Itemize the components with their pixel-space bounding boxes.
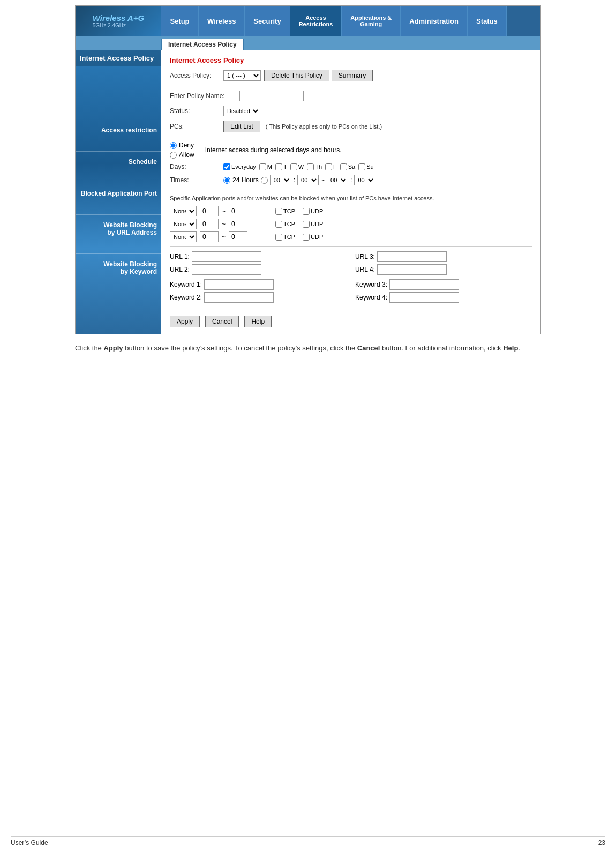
sunday-checkbox[interactable] (358, 163, 365, 170)
everyday-checkbox[interactable] (223, 163, 230, 170)
url1-input[interactable] (192, 251, 261, 262)
udp-checkbox-3[interactable] (303, 234, 310, 241)
kw3-label: Keyword 3: (355, 281, 387, 288)
tcp-label-3: TCP (283, 234, 295, 240)
url1-row: URL 1: (170, 251, 347, 262)
tcp-checkbox-label-3[interactable]: TCP (275, 234, 295, 241)
monday-checkbox[interactable] (259, 163, 266, 170)
port-from-input-1[interactable] (200, 206, 219, 216)
kw4-row: Keyword 4: (355, 292, 532, 303)
status-row: Status: Disabled Enabled (170, 106, 532, 116)
help-button[interactable]: Help (244, 316, 272, 327)
apply-button[interactable]: Apply (170, 316, 200, 327)
footer-left: User’s Guide (11, 839, 48, 847)
access-policy-row: Access Policy: 1 ( --- ) Delete This Pol… (170, 70, 532, 81)
port-to-input-1[interactable] (229, 206, 247, 216)
tuesday-checkbox-label[interactable]: T (275, 163, 287, 170)
port-type-select-3[interactable]: None (170, 231, 197, 242)
port-to-input-3[interactable] (229, 231, 247, 242)
days-label: Days: (170, 163, 223, 170)
access-policy-select[interactable]: 1 ( --- ) (223, 70, 261, 81)
udp-checkbox-label-2[interactable]: UDP (303, 221, 323, 228)
kw4-input[interactable] (389, 292, 459, 303)
tab-security[interactable]: Security (245, 6, 290, 36)
hours24-label: 24 Hours (232, 176, 259, 184)
cancel-button[interactable]: Cancel (205, 316, 239, 327)
summary-button[interactable]: Summary (332, 70, 373, 81)
url3-row: URL 3: (355, 251, 532, 262)
tab-access-restrictions[interactable]: AccessRestrictions (290, 6, 342, 36)
url1-label: URL 1: (170, 253, 190, 260)
policy-name-input[interactable] (239, 91, 304, 101)
edit-list-button[interactable]: Edit List (223, 121, 260, 132)
content-panel: Internet Access Policy Access Policy: 1 … (161, 50, 540, 334)
url3-label: URL 3: (355, 253, 375, 260)
tcp-checkbox-label-1[interactable]: TCP (275, 208, 295, 215)
hours24-radio[interactable] (223, 177, 230, 184)
access-policy-label: Access Policy: (170, 72, 223, 79)
tcp-checkbox-3[interactable] (275, 234, 282, 241)
time-separator-2: : (350, 176, 352, 184)
tcp-checkbox-1[interactable] (275, 208, 282, 215)
blocked-ports-info: Specific Application ports and/or websit… (170, 195, 532, 203)
port-row-3: None ~ TCP UDP (170, 231, 532, 242)
wednesday-checkbox[interactable] (290, 163, 297, 170)
wednesday-checkbox-label[interactable]: W (290, 163, 304, 170)
tab-apps-gaming[interactable]: Applications &Gaming (342, 6, 401, 36)
kw3-input[interactable] (389, 279, 459, 290)
tab-administration[interactable]: Administration (401, 6, 468, 36)
udp-checkbox-2[interactable] (303, 221, 310, 228)
monday-checkbox-label[interactable]: M (259, 163, 272, 170)
kw1-input[interactable] (204, 279, 274, 290)
port-to-input-2[interactable] (229, 219, 247, 229)
to-mm-select[interactable]: 00 (354, 175, 375, 185)
port-row-2: None ~ TCP UDP (170, 219, 532, 229)
url3-input[interactable] (377, 251, 447, 262)
deny-radio[interactable] (170, 142, 177, 149)
saturday-checkbox[interactable] (340, 163, 347, 170)
from-hh-select[interactable]: 00 (270, 175, 291, 185)
logo: Wireless A+G 5GHz 2.4GHz (76, 6, 161, 36)
tab-status[interactable]: Status (468, 6, 507, 36)
tab-setup[interactable]: Setup (161, 6, 199, 36)
time-tilde: ~ (321, 176, 325, 184)
delete-policy-button[interactable]: Delete This Policy (264, 70, 329, 81)
times-label: Times: (170, 176, 223, 184)
port-type-select-2[interactable]: None (170, 219, 197, 229)
friday-checkbox[interactable] (325, 163, 332, 170)
udp-checkbox-label-1[interactable]: UDP (303, 208, 323, 215)
port-type-select-1[interactable]: None (170, 206, 197, 216)
thursday-checkbox[interactable] (307, 163, 314, 170)
tcp-label-2: TCP (283, 221, 295, 227)
udp-checkbox-1[interactable] (303, 208, 310, 215)
udp-checkbox-label-3[interactable]: UDP (303, 234, 323, 241)
kw2-input[interactable] (204, 292, 274, 303)
subnav-internet-access-policy[interactable]: Internet Access Policy (161, 39, 244, 50)
deny-label: Deny (179, 141, 194, 149)
tcp-checkbox-2[interactable] (275, 221, 282, 228)
sunday-checkbox-label[interactable]: Su (358, 163, 373, 170)
status-select[interactable]: Disabled Enabled (223, 106, 260, 116)
sidebar-label-keyword-blocking: Website Blockingby Keyword (80, 260, 157, 275)
sub-navigation: Internet Access Policy (76, 36, 540, 50)
friday-checkbox-label[interactable]: F (325, 163, 337, 170)
tcp-checkbox-label-2[interactable]: TCP (275, 221, 295, 228)
sidebar-title: Internet Access Policy (76, 50, 161, 66)
url2-input[interactable] (192, 264, 261, 275)
everyday-checkbox-label[interactable]: Everyday (223, 163, 256, 170)
port-from-input-2[interactable] (200, 219, 219, 229)
time-separator-1: : (294, 176, 295, 184)
desc-text-prefix: Click the (75, 344, 103, 352)
url4-input[interactable] (377, 264, 447, 275)
thursday-checkbox-label[interactable]: Th (307, 163, 322, 170)
kw1-row: Keyword 1: (170, 279, 347, 290)
custom-time-radio[interactable] (261, 177, 268, 184)
from-mm-select[interactable]: 00 (297, 175, 319, 185)
saturday-checkbox-label[interactable]: Sa (340, 163, 355, 170)
udp-label-3: UDP (311, 234, 323, 240)
allow-radio[interactable] (170, 152, 177, 159)
to-hh-select[interactable]: 00 (327, 175, 348, 185)
tab-wireless[interactable]: Wireless (199, 6, 245, 36)
port-from-input-3[interactable] (200, 231, 219, 242)
tuesday-checkbox[interactable] (275, 163, 282, 170)
